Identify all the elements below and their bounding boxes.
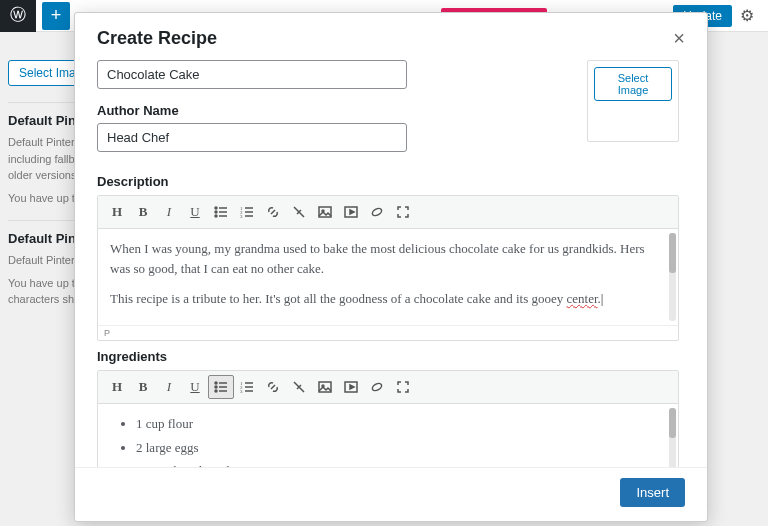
heading-button[interactable]: H	[104, 200, 130, 224]
video-button[interactable]	[338, 375, 364, 399]
image-button[interactable]	[312, 375, 338, 399]
svg-point-18	[215, 386, 217, 388]
svg-point-15	[371, 207, 383, 217]
underline-button[interactable]: U	[182, 375, 208, 399]
ul-button[interactable]	[208, 375, 234, 399]
close-button[interactable]: ×	[673, 27, 685, 50]
bold-button[interactable]: B	[130, 200, 156, 224]
author-name-input[interactable]	[97, 123, 407, 152]
settings-icon[interactable]: ⚙	[736, 6, 758, 25]
svg-point-20	[215, 390, 217, 392]
fullscreen-button[interactable]	[390, 200, 416, 224]
ingredients-content[interactable]: 1 cup flour 2 large eggs 1 cup chocolate…	[98, 404, 678, 467]
add-block-button[interactable]: +	[42, 2, 70, 30]
create-recipe-modal: Create Recipe × Author Name Select Image	[74, 12, 708, 522]
image-button[interactable]	[312, 200, 338, 224]
modal-title: Create Recipe	[97, 28, 217, 49]
svg-point-0	[215, 207, 217, 209]
attach-button[interactable]	[364, 200, 390, 224]
description-toolbar: H B I U 123	[98, 196, 678, 229]
ul-button[interactable]	[208, 200, 234, 224]
unlink-button[interactable]	[286, 200, 312, 224]
svg-point-16	[215, 382, 217, 384]
insert-button[interactable]: Insert	[620, 478, 685, 507]
video-button[interactable]	[338, 200, 364, 224]
svg-point-4	[215, 215, 217, 217]
svg-rect-12	[319, 207, 331, 217]
unlink-button[interactable]	[286, 375, 312, 399]
wp-logo-icon[interactable]: ⓦ	[0, 0, 36, 32]
fullscreen-button[interactable]	[390, 375, 416, 399]
editor-scrollbar[interactable]	[669, 233, 676, 321]
description-label: Description	[97, 174, 679, 189]
svg-text:3: 3	[240, 389, 243, 394]
svg-point-31	[371, 382, 383, 392]
link-button[interactable]	[260, 375, 286, 399]
svg-point-2	[215, 211, 217, 213]
select-image-button[interactable]: Select Image	[594, 67, 672, 101]
description-path: P	[98, 325, 678, 340]
ingredients-editor: H B I U 123 1 cup flour 2 larg	[97, 370, 679, 467]
ingredients-toolbar: H B I U 123	[98, 371, 678, 404]
description-editor: H B I U 123 When I was young, my grandma…	[97, 195, 679, 341]
image-upload-panel: Select Image	[587, 60, 679, 142]
svg-rect-28	[319, 382, 331, 392]
attach-button[interactable]	[364, 375, 390, 399]
underline-button[interactable]: U	[182, 200, 208, 224]
italic-button[interactable]: I	[156, 375, 182, 399]
description-content[interactable]: When I was young, my grandma used to bak…	[98, 229, 678, 325]
list-item: 1 cup chocolate chips	[136, 461, 666, 467]
heading-button[interactable]: H	[104, 375, 130, 399]
description-p1: When I was young, my grandma used to bak…	[110, 241, 645, 276]
ol-button[interactable]: 123	[234, 200, 260, 224]
italic-button[interactable]: I	[156, 200, 182, 224]
ingredients-label: Ingredients	[97, 349, 679, 364]
editor-scrollbar[interactable]	[669, 408, 676, 467]
list-item: 2 large eggs	[136, 438, 666, 458]
ol-button[interactable]: 123	[234, 375, 260, 399]
recipe-name-input[interactable]	[97, 60, 407, 89]
link-button[interactable]	[260, 200, 286, 224]
svg-text:3: 3	[240, 214, 243, 219]
bold-button[interactable]: B	[130, 375, 156, 399]
author-name-label: Author Name	[97, 103, 573, 118]
list-item: 1 cup flour	[136, 414, 666, 434]
